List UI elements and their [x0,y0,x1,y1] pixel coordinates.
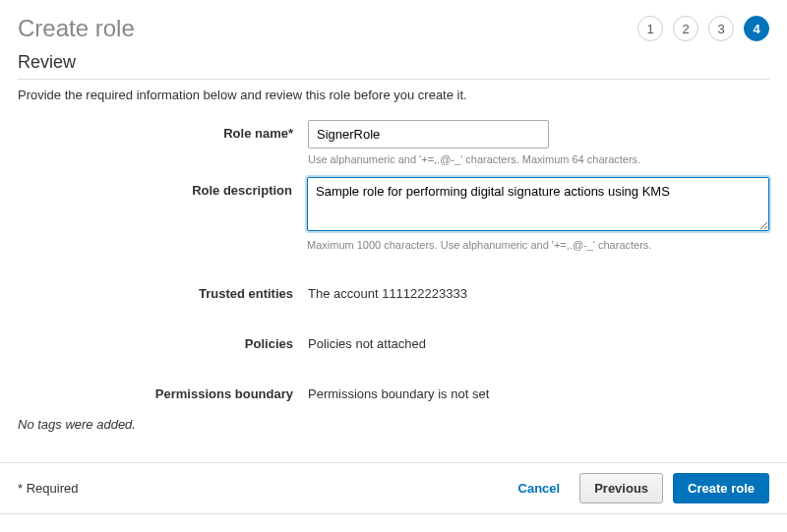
required-note: * Required [18,481,78,496]
step-2[interactable]: 2 [673,16,698,41]
policies-label: Policies [18,330,308,351]
section-title-review: Review [0,52,787,79]
role-name-input[interactable] [308,120,549,148]
role-name-label: Role name* [18,120,308,141]
no-tags-message: No tags were added. [0,407,787,461]
policies-value: Policies not attached [308,330,769,351]
role-description-input[interactable] [307,177,769,231]
role-description-hint: Maximum 1000 characters. Use alphanumeri… [307,239,769,251]
previous-button[interactable]: Previous [579,473,663,503]
trusted-entities-label: Trusted entities [18,280,308,301]
role-description-label: Role description [18,177,307,198]
trusted-entities-value: The account 111122223333 [308,280,769,301]
page-title: Create role [18,15,135,42]
step-1[interactable]: 1 [637,16,663,41]
role-name-hint: Use alphanumeric and '+=,.@-_' character… [308,153,769,165]
permissions-boundary-value: Permissions boundary is not set [308,381,769,401]
cancel-button[interactable]: Cancel [509,475,571,502]
create-role-button[interactable]: Create role [673,473,769,503]
step-3[interactable]: 3 [708,16,734,41]
permissions-boundary-label: Permissions boundary [18,381,308,401]
step-4[interactable]: 4 [744,16,769,41]
step-indicator: 1 2 3 4 [637,16,769,41]
intro-text: Provide the required information below a… [0,80,787,114]
